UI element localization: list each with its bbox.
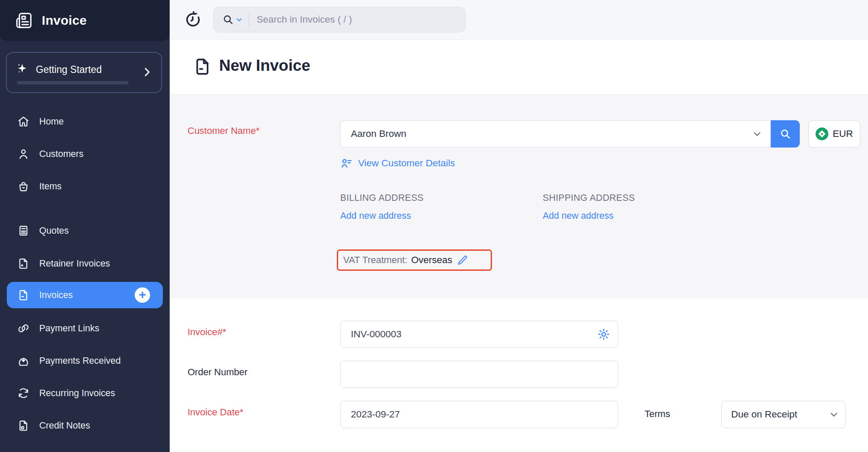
terms-label: Terms xyxy=(645,409,670,420)
search-divider xyxy=(249,12,249,27)
currency-icon xyxy=(816,127,828,140)
invoice-number-label: Invoice#* xyxy=(188,327,226,338)
sidebar-item-label: Payments Received xyxy=(39,356,121,366)
vat-treatment-highlight-box: VAT Treatment: Overseas xyxy=(337,249,492,271)
getting-started-progress xyxy=(17,81,129,84)
invoice-date-label: Invoice Date* xyxy=(188,407,243,418)
sidebar-item-invoices[interactable]: Invoices + xyxy=(7,282,163,308)
page-title: New Invoice xyxy=(219,57,310,75)
retainer-invoices-icon xyxy=(17,257,30,270)
order-number-label: Order Number xyxy=(188,367,248,378)
invoice-date-field xyxy=(340,401,618,428)
invoice-date-input[interactable] xyxy=(350,409,618,420)
customers-icon xyxy=(17,148,30,160)
home-icon xyxy=(17,115,30,128)
sidebar-item-label: Retainer Invoices xyxy=(39,258,110,269)
app-title: Invoice xyxy=(42,13,87,28)
invoice-number-input[interactable] xyxy=(350,328,597,340)
quotes-icon xyxy=(17,224,30,237)
billing-address-heading: BILLING ADDRESS xyxy=(340,193,424,203)
billing-add-address-link[interactable]: Add new address xyxy=(340,211,411,221)
search-input[interactable] xyxy=(256,14,465,26)
history-refresh-icon[interactable] xyxy=(183,10,202,29)
app-window: Invoice Getting Started xyxy=(0,0,868,452)
sidebar-item-items[interactable]: Items xyxy=(7,174,163,199)
chevron-down-icon xyxy=(752,129,762,139)
shipping-address-heading: SHIPPING ADDRESS xyxy=(543,193,635,203)
sidebar-item-home[interactable]: Home xyxy=(7,109,163,134)
order-number-input[interactable] xyxy=(350,368,618,380)
sparkle-icon xyxy=(15,62,29,76)
sidebar-item-payments-received[interactable]: Payments Received xyxy=(7,348,163,373)
vat-treatment-label: VAT Treatment: xyxy=(343,255,407,266)
topbar xyxy=(170,0,868,40)
edit-pencil-icon[interactable] xyxy=(457,255,468,266)
chevron-down-icon xyxy=(829,410,839,419)
chevron-right-icon xyxy=(141,66,153,78)
sidebar-item-label: Payment Links xyxy=(39,323,99,334)
vat-treatment-value: Overseas xyxy=(411,255,452,266)
view-customer-details-label: View Customer Details xyxy=(358,158,455,169)
sidebar-item-label: Invoices xyxy=(39,290,73,301)
page-header: New Invoice xyxy=(170,40,868,95)
terms-select[interactable]: Due on Receipt xyxy=(721,401,846,428)
new-invoice-doc-icon xyxy=(193,57,212,76)
sidebar-item-label: Home xyxy=(39,116,64,127)
getting-started-label: Getting Started xyxy=(36,64,102,75)
currency-button[interactable]: EUR xyxy=(808,120,860,148)
search-icon[interactable] xyxy=(222,14,234,26)
sidebar-item-label: Quotes xyxy=(39,226,69,236)
currency-code: EUR xyxy=(833,128,853,139)
sidebar-item-credit-notes[interactable]: Credit Notes xyxy=(7,413,163,438)
search-scope-chevron-icon[interactable] xyxy=(236,16,243,23)
shipping-add-address-link[interactable]: Add new address xyxy=(543,211,613,221)
getting-started-card[interactable]: Getting Started xyxy=(6,52,162,93)
customer-name-value: Aaron Brown xyxy=(351,128,406,139)
items-bag-icon xyxy=(17,180,30,193)
credit-notes-icon xyxy=(17,419,30,432)
customer-name-label: Customer Name* xyxy=(188,125,260,136)
sidebar-item-recurring-invoices[interactable]: Recurring Invoices xyxy=(7,381,163,406)
sidebar-item-label: Recurring Invoices xyxy=(39,388,115,399)
sidebar-item-payment-links[interactable]: Payment Links xyxy=(7,316,163,341)
invoice-number-field xyxy=(340,321,618,348)
sidebar-item-label: Items xyxy=(39,181,62,192)
add-invoice-button[interactable]: + xyxy=(135,287,150,303)
sidebar-item-label: Credit Notes xyxy=(39,420,90,431)
sidebar-item-customers[interactable]: Customers xyxy=(7,142,163,166)
payment-links-icon xyxy=(17,322,30,335)
global-search xyxy=(213,7,466,32)
sidebar-item-retainer-invoices[interactable]: Retainer Invoices xyxy=(7,251,163,276)
sidebar-item-label: Customers xyxy=(39,149,84,159)
customer-search-button[interactable] xyxy=(771,120,800,148)
customer-details-icon xyxy=(340,157,353,170)
invoices-icon xyxy=(17,289,30,301)
terms-value: Due on Receipt xyxy=(731,409,797,420)
payments-received-icon xyxy=(17,354,30,367)
view-customer-details-link[interactable]: View Customer Details xyxy=(340,157,455,170)
gear-icon[interactable] xyxy=(597,328,610,341)
sidebar-item-quotes[interactable]: Quotes xyxy=(7,218,163,243)
invoice-logo-icon xyxy=(14,11,34,30)
sidebar: Invoice Getting Started xyxy=(0,0,170,452)
order-number-field xyxy=(340,361,618,388)
recurring-invoices-icon xyxy=(17,387,30,400)
app-logo[interactable]: Invoice xyxy=(0,0,170,41)
customer-name-select[interactable]: Aaron Brown xyxy=(340,120,771,148)
